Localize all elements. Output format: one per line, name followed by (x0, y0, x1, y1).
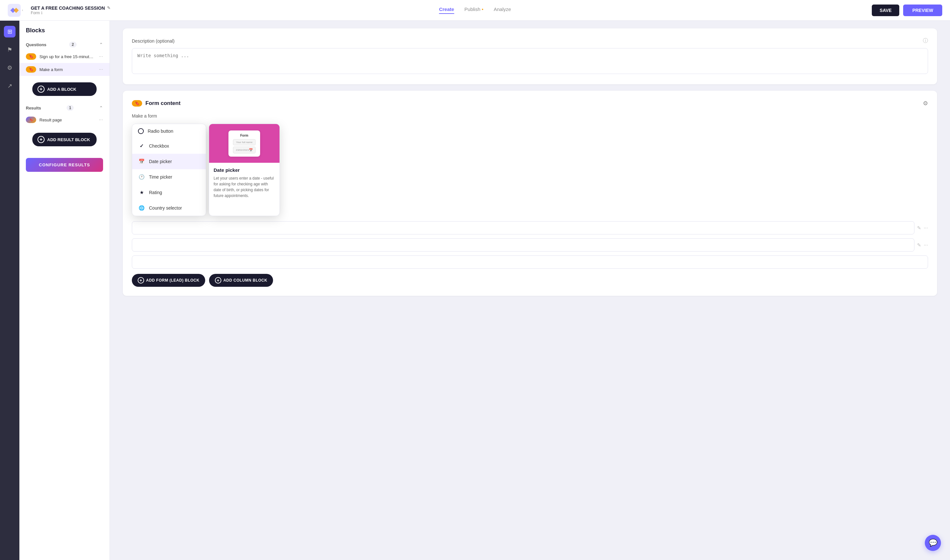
nav-publish[interactable]: Publish (464, 6, 483, 14)
block-item-result[interactable]: 🔖 Result page ··· (19, 113, 109, 126)
radio-label: Radio button (148, 129, 173, 134)
radio-icon (138, 128, 144, 134)
topbar: ‹ GET A FREE COACHING SESSION ✎ Form ℹ C… (0, 0, 950, 21)
block-dots-result[interactable]: ··· (99, 117, 103, 123)
form-content-header: 🔖 Form content ⚙ (132, 100, 928, 107)
tooltip-text-content: Date picker Let your users enter a date … (209, 163, 279, 203)
tooltip-description: Let your users enter a date - useful for… (214, 175, 275, 198)
block-dots-signup[interactable]: ··· (99, 54, 103, 59)
add-form-plus-icon: + (138, 277, 144, 283)
dropdown-item-radio[interactable]: Radio button (132, 124, 206, 138)
questions-count: 2 (69, 42, 77, 48)
form-content-card: 🔖 Form content ⚙ Make a form Radio butto… (123, 91, 937, 296)
results-section-header: Results 1 ⌃ (19, 102, 109, 113)
page-title: GET A FREE COACHING SESSION ✎ (31, 6, 110, 11)
form-field-row-2: ··· (132, 238, 928, 252)
form-subtitle: Form ℹ (31, 11, 110, 15)
chat-bubble-button[interactable]: 💬 (925, 535, 941, 551)
field-dots-icon-1[interactable]: ··· (924, 225, 928, 231)
form-content-block-icon: 🔖 (132, 100, 142, 106)
description-label: Description (optional) (132, 38, 174, 44)
form-field-input-2[interactable] (132, 238, 915, 252)
calendar-small-icon: 📅 (249, 148, 253, 152)
add-block-button[interactable]: + ADD A BLOCK (32, 82, 97, 96)
add-block-plus-icon: + (37, 86, 45, 93)
questions-label: Questions (26, 42, 46, 47)
add-column-block-button[interactable]: + ADD COLUMN BLOCK (209, 274, 273, 287)
add-result-plus-icon: + (37, 136, 45, 143)
form-field-input-1[interactable] (132, 221, 915, 234)
dropdown-item-timepicker[interactable]: 🕐 Time picker (132, 169, 206, 185)
nav-create[interactable]: Create (439, 6, 454, 14)
timepicker-label: Time picker (149, 174, 172, 180)
field-edit-icon-2[interactable] (917, 242, 921, 248)
field-type-dropdown: Radio button ✓ Checkbox 📅 Date picker 🕐 … (132, 124, 206, 216)
star-icon: ★ (138, 189, 145, 196)
add-form-label: ADD FORM (LEAD) BLOCK (146, 278, 199, 283)
edit-title-icon[interactable]: ✎ (107, 6, 111, 10)
form-content-title: Form content (145, 100, 920, 106)
info-icon[interactable]: ℹ (41, 11, 43, 15)
checkbox-label: Checkbox (149, 143, 169, 149)
questions-chevron[interactable]: ⌃ (99, 42, 103, 47)
content-area: Description (optional) ⓘ 🔖 Form content … (110, 21, 950, 560)
dropdown-item-rating[interactable]: ★ Rating (132, 185, 206, 200)
add-block-label: ADD A BLOCK (47, 87, 76, 92)
block-text-form: Make a form (39, 67, 96, 72)
logo[interactable]: ‹ (8, 4, 23, 17)
form-field-row-3 (132, 255, 928, 269)
results-count: 1 (66, 105, 74, 111)
add-form-lead-block-button[interactable]: + ADD FORM (LEAD) BLOCK (132, 274, 205, 287)
sidebar-icon-gear[interactable]: ⚙ (4, 62, 15, 74)
form-field-input-3[interactable] (132, 255, 928, 269)
description-info-icon[interactable]: ⓘ (923, 37, 928, 44)
form-preview: Form Your full name 23/02/2023 📅 (228, 131, 260, 157)
form-fields-area: ··· ··· (132, 221, 928, 269)
datepicker-label: Date picker (149, 159, 172, 164)
clock-icon: 🕐 (138, 174, 145, 180)
calendar-icon: 📅 (138, 158, 145, 165)
dropdown-item-datepicker[interactable]: 📅 Date picker (132, 154, 206, 169)
block-dots-form[interactable]: ··· (99, 66, 103, 72)
form-preview-title: Form (233, 134, 256, 137)
form-preview-name-field: Your full name (233, 139, 256, 145)
results-label: Results (26, 106, 41, 111)
blocks-title: Blocks (19, 27, 109, 39)
date-value: 23/02/2023 (236, 149, 249, 151)
add-result-label: ADD RESULT BLOCK (47, 137, 90, 142)
dropdown-item-country[interactable]: 🌐 Country selector (132, 200, 206, 216)
rating-label: Rating (149, 190, 162, 195)
nav-analyze[interactable]: Analyze (494, 6, 511, 14)
sidebar-icon-grid[interactable]: ⊞ (4, 26, 15, 37)
form-content-subtitle: Make a form (132, 113, 928, 118)
subtitle-text: Form (31, 11, 40, 15)
block-item-signup[interactable]: 🔖 Sign up for a free 15-minute c... ··· (19, 50, 109, 63)
globe-icon: 🌐 (138, 205, 145, 212)
preview-button[interactable]: PREVIEW (903, 5, 942, 16)
icon-sidebar: ⊞ ⚑ ⚙ ↗ (0, 21, 19, 560)
block-text-result: Result page (39, 118, 96, 122)
field-dots-icon-2[interactable]: ··· (924, 242, 928, 248)
description-header: Description (optional) ⓘ (132, 37, 928, 44)
add-result-block-button[interactable]: + ADD RESULT BLOCK (32, 133, 97, 146)
dropdown-container: Radio button ✓ Checkbox 📅 Date picker 🕐 … (132, 124, 928, 216)
description-card: Description (optional) ⓘ (123, 28, 937, 84)
form-content-gear-icon[interactable]: ⚙ (923, 100, 928, 107)
sidebar-icon-flag[interactable]: ⚑ (4, 44, 15, 55)
sidebar-icon-share[interactable]: ↗ (4, 80, 15, 92)
save-button[interactable]: SAVE (872, 5, 899, 16)
country-label: Country selector (149, 205, 182, 211)
field-edit-icon-1[interactable] (917, 225, 921, 231)
block-icon-signup: 🔖 (26, 53, 36, 60)
configure-results-button[interactable]: CONFIGURE RESULTS (26, 158, 103, 172)
results-chevron[interactable]: ⌃ (99, 105, 103, 111)
check-icon: ✓ (138, 142, 145, 149)
block-item-form[interactable]: 🔖 Make a form ··· (19, 63, 109, 76)
top-navigation: Create Publish Analyze (439, 6, 511, 14)
tooltip-preview-image: Form Your full name 23/02/2023 📅 (209, 124, 279, 163)
form-bottom-buttons: + ADD FORM (LEAD) BLOCK + ADD COLUMN BLO… (132, 274, 928, 287)
dropdown-item-checkbox[interactable]: ✓ Checkbox (132, 138, 206, 154)
description-textarea[interactable] (132, 48, 928, 74)
back-arrow[interactable]: ‹ (22, 8, 23, 12)
block-icon-result: 🔖 (26, 117, 36, 123)
